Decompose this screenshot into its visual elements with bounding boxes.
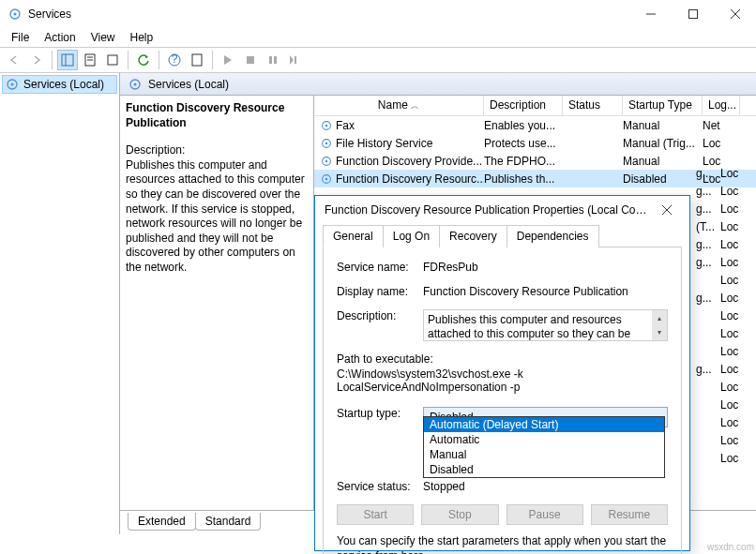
svg-point-1 [14, 13, 17, 16]
scroll-down-icon[interactable]: ▾ [652, 324, 667, 340]
service-row[interactable]: FaxEnables you...ManualNet [314, 116, 756, 134]
dialog-body: Service name: FDResPub Display name: Fun… [323, 247, 682, 554]
partial-row: (T...Loc [690, 218, 756, 236]
partial-row: Loc [690, 432, 756, 450]
svg-rect-14 [192, 54, 202, 66]
close-button[interactable] [714, 0, 756, 28]
partial-row: Loc [690, 397, 756, 414]
service-name-value: FDResPub [423, 261, 478, 274]
dialog-close-button[interactable] [648, 197, 686, 223]
properties-button-2[interactable] [187, 50, 207, 70]
stop-button[interactable]: Stop [421, 504, 498, 525]
option-manual[interactable]: Manual [424, 447, 664, 462]
col-description[interactable]: Description [484, 96, 563, 115]
restart-service-button[interactable] [285, 50, 306, 70]
service-name-label: Service name: [337, 261, 423, 274]
show-hide-tree-button[interactable] [57, 50, 78, 70]
start-params-hint: You can specify the start parameters tha… [337, 534, 668, 554]
forward-button[interactable] [26, 50, 47, 70]
properties-button[interactable] [80, 50, 100, 70]
col-startup-type[interactable]: Startup Type [623, 96, 703, 115]
pause-service-button[interactable] [263, 50, 283, 70]
right-header: Services (Local) [120, 73, 756, 96]
row-desc: The FDPHO... [484, 155, 563, 168]
start-button[interactable]: Start [337, 504, 414, 525]
menu-help[interactable]: Help [123, 29, 161, 46]
tab-standard[interactable]: Standard [195, 513, 262, 531]
detail-desc-label: Description: [126, 143, 185, 157]
partial-row: g...Loc [690, 361, 756, 379]
tab-dependencies[interactable]: Dependencies [507, 225, 599, 247]
partial-row: Loc [690, 272, 756, 290]
toolbar-separator [212, 51, 213, 69]
tab-recovery[interactable]: Recovery [439, 225, 507, 247]
menu-file[interactable]: File [4, 29, 37, 46]
toolbar-separator [128, 51, 129, 69]
description-text: Publishes this computer and resources at… [428, 313, 630, 341]
display-name-label: Display name: [337, 285, 423, 298]
service-control-buttons: Start Stop Pause Resume [337, 504, 668, 525]
help-button[interactable]: ? [164, 50, 185, 70]
services-icon [8, 7, 23, 22]
stop-service-button[interactable] [240, 50, 261, 70]
display-name-value: Function Discovery Resource Publication [423, 285, 628, 298]
svg-point-26 [325, 142, 327, 143]
tree-services-local[interactable]: Services (Local) [2, 75, 117, 94]
row-logon: Net [703, 119, 740, 132]
back-button[interactable] [4, 50, 24, 70]
tree-item-label: Services (Local) [23, 78, 104, 91]
export-button[interactable] [102, 50, 123, 70]
service-row[interactable]: File History ServiceProtects use...Manua… [314, 134, 756, 152]
row-logon: Loc [703, 137, 740, 150]
toolbar-separator [159, 51, 159, 69]
detail-service-name: Function Discovery Resource Publication [126, 101, 308, 130]
window-title: Services [28, 7, 629, 21]
start-service-button[interactable] [218, 50, 238, 70]
option-automatic[interactable]: Automatic [424, 432, 664, 447]
menu-view[interactable]: View [83, 29, 123, 46]
svg-rect-6 [62, 54, 73, 66]
svg-rect-3 [688, 10, 697, 19]
resume-button[interactable]: Resume [591, 504, 668, 525]
gear-icon [320, 119, 333, 132]
row-startup: Manual [623, 119, 703, 132]
gear-icon [320, 172, 333, 186]
partial-row: Loc [690, 325, 756, 343]
sort-indicator-icon: ︿ [411, 101, 419, 111]
path-label: Path to executable: [337, 352, 668, 366]
svg-point-20 [11, 83, 14, 86]
col-logon[interactable]: Log... [703, 96, 740, 115]
col-status[interactable]: Status [563, 96, 623, 115]
partial-row: Loc [690, 307, 756, 325]
row-name: File History Service [336, 137, 432, 150]
partial-row: g...Loc [690, 165, 756, 183]
row-name: Fax [336, 119, 355, 132]
row-name: Function Discovery Provide... [336, 155, 482, 168]
minimize-button[interactable] [629, 0, 672, 28]
option-disabled[interactable]: Disabled [424, 462, 664, 477]
gear-icon [128, 77, 143, 92]
description-label: Description: [337, 309, 423, 322]
refresh-button[interactable] [133, 50, 154, 70]
row-startup: Manual (Trig... [623, 137, 703, 150]
menu-action[interactable]: Action [37, 29, 83, 46]
startup-type-dropdown: Automatic (Delayed Start) Automatic Manu… [423, 416, 665, 478]
option-automatic-delayed[interactable]: Automatic (Delayed Start) [424, 417, 664, 432]
svg-rect-15 [247, 56, 254, 64]
svg-rect-17 [274, 56, 277, 64]
hidden-rows: g...Locg...Locg...Loc(T...Locg...Locg...… [690, 165, 756, 468]
tab-extended[interactable]: Extended [128, 513, 196, 531]
partial-row: g...Loc [690, 183, 756, 201]
partial-row: g...Loc [690, 290, 756, 307]
maximize-button[interactable] [672, 0, 714, 28]
pause-button[interactable]: Pause [507, 504, 583, 525]
svg-point-22 [134, 82, 137, 85]
row-name: Function Discovery Resourc... [336, 172, 484, 186]
dialog-titlebar[interactable]: Function Discovery Resource Publication … [315, 196, 689, 224]
col-name[interactable]: Name ︿ [314, 96, 484, 115]
row-desc: Protects use... [484, 137, 563, 150]
toolbar: ? [0, 47, 756, 73]
partial-row: g...Loc [690, 254, 756, 272]
tab-logon[interactable]: Log On [383, 225, 440, 247]
tab-general[interactable]: General [323, 225, 384, 247]
